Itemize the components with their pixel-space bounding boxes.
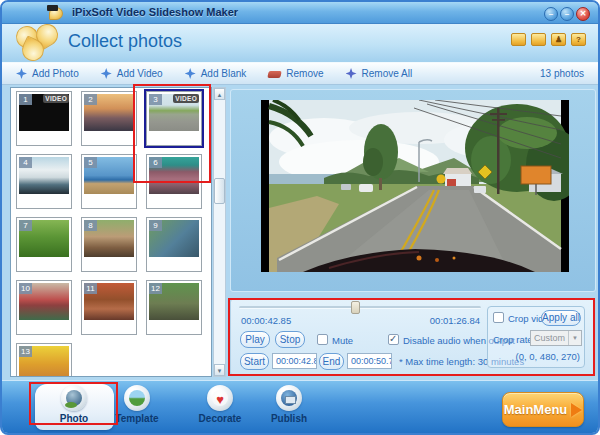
help-icon[interactable]: ?	[571, 33, 586, 46]
thumbnail-number: 8	[84, 220, 97, 231]
thumbnail-item-4[interactable]: 4	[16, 154, 72, 209]
tab-label: Decorate	[185, 413, 255, 424]
page-title: Collect photos	[68, 31, 182, 52]
add-icon	[185, 68, 196, 79]
current-time: 00:00:42.85	[241, 315, 291, 326]
toolbar-item-remove-all[interactable]: Remove All	[346, 68, 413, 79]
decorate-icon: ♥	[207, 385, 233, 411]
start-button[interactable]: Start	[240, 353, 269, 370]
toolbar-item-add-blank[interactable]: Add Blank	[185, 68, 247, 79]
thumbnail-item-2[interactable]: 2	[81, 91, 137, 146]
publish-icon	[276, 385, 302, 411]
heart-icon: ♥	[216, 392, 224, 407]
window-controls: – – ✕	[544, 7, 590, 21]
preview-panel	[230, 89, 596, 292]
main-menu-button[interactable]: MainMenu	[502, 392, 584, 427]
crop-rate-label: Crop rate	[493, 334, 533, 345]
thumbnail-item-10[interactable]: 10	[16, 280, 72, 335]
arrow-right-icon	[571, 403, 582, 417]
thumbnail-item-5[interactable]: 5	[81, 154, 137, 209]
chevron-down-icon: ▼	[568, 331, 581, 345]
toolbar-item-label: Remove All	[362, 68, 413, 79]
video-preview	[261, 100, 569, 272]
thumbnail-number: 10	[19, 283, 32, 294]
scroll-down-icon[interactable]: ▼	[214, 364, 225, 376]
mute-checkbox[interactable]	[317, 334, 328, 345]
maximize-button[interactable]: –	[560, 7, 574, 21]
contact-icon[interactable]: ♟	[551, 33, 566, 46]
play-button[interactable]: Play	[240, 331, 270, 348]
thumbnail-item-8[interactable]: 8	[81, 217, 137, 272]
tab-decorate[interactable]: ♥Decorate	[185, 385, 255, 424]
toolbar-item-label: Add Video	[117, 68, 163, 79]
end-time-field[interactable]	[347, 353, 392, 369]
scrollbar-thumb[interactable]	[214, 178, 225, 204]
thumbnail-item-11[interactable]: 11	[81, 280, 137, 335]
photo-icon	[61, 385, 87, 411]
app-window: iPixSoft Video Slideshow Maker – – ✕ Col…	[0, 0, 600, 435]
timeline-slider-thumb[interactable]	[351, 301, 360, 314]
template-icon	[124, 385, 150, 411]
tab-label: Photo	[39, 413, 109, 424]
thumbnail-item-9[interactable]: 9	[146, 217, 202, 272]
toolbar-item-label: Add Photo	[32, 68, 79, 79]
thumbnail-item-13[interactable]: 13	[16, 343, 72, 377]
remove-icon	[268, 71, 282, 78]
add-icon	[16, 68, 27, 79]
crop-section: Crop video Apply all Crop rate Custom ▼ …	[487, 306, 585, 368]
bottom-navbar: PhotoTemplate♥DecoratePublish MainMenu	[2, 380, 598, 435]
main-menu-label: MainMenu	[504, 402, 568, 417]
timeline-slider[interactable]	[239, 306, 481, 309]
toolbar-item-remove[interactable]: Remove	[268, 68, 323, 79]
thumbnail-number: 2	[84, 94, 97, 105]
thumbnail-item-1[interactable]: 1VIDEO	[16, 91, 72, 146]
toolbar-item-label: Add Blank	[201, 68, 247, 79]
thumbnail-panel: 1VIDEO23VIDEO45678910111213	[10, 87, 212, 377]
thumbnail-item-6[interactable]: 6	[146, 154, 202, 209]
tab-label: Publish	[254, 413, 324, 424]
thumbnail-scrollbar[interactable]: ▲ ▼	[213, 87, 226, 377]
scroll-up-icon[interactable]: ▲	[214, 88, 225, 100]
mute-label: Mute	[332, 335, 353, 346]
start-time-field[interactable]	[272, 353, 317, 369]
thumbnail-number: 12	[149, 283, 162, 294]
toolbar-item-label: Remove	[286, 68, 323, 79]
thumbnail-number: 9	[149, 220, 162, 231]
app-icon-video-chip	[47, 5, 58, 11]
crop-coordinates: (0, 0, 480, 270)	[516, 351, 580, 362]
tab-template[interactable]: Template	[102, 385, 172, 424]
crop-rate-dropdown[interactable]: Custom ▼	[530, 330, 582, 346]
thumbnail-number: 11	[84, 283, 97, 294]
crop-rate-value: Custom	[534, 333, 565, 343]
tab-label: Template	[102, 413, 172, 424]
thumbnail-item-12[interactable]: 12	[146, 280, 202, 335]
thumbnail-number: 6	[149, 157, 162, 168]
tab-publish[interactable]: Publish	[254, 385, 324, 424]
thumbnail-number: 4	[19, 157, 32, 168]
stop-button[interactable]: Stop	[275, 331, 305, 348]
thumbnail-number: 7	[19, 220, 32, 231]
crop-video-checkbox[interactable]	[493, 312, 504, 323]
header-quick-icons: ♟?	[511, 33, 586, 46]
open-project-icon[interactable]	[511, 33, 526, 46]
disable-audio-checkbox[interactable]	[388, 334, 399, 345]
thumbnail-item-7[interactable]: 7	[16, 217, 72, 272]
app-logo	[12, 24, 70, 62]
close-button[interactable]: ✕	[576, 7, 590, 21]
window-title: iPixSoft Video Slideshow Maker	[72, 6, 238, 18]
title-bar: iPixSoft Video Slideshow Maker – – ✕	[2, 2, 598, 24]
removeall-icon	[346, 68, 357, 79]
player-controls-panel: 00:00:42.85 00:01:26.84 Play Stop Mute D…	[230, 298, 596, 376]
apply-all-button[interactable]: Apply all	[541, 310, 581, 326]
save-project-icon[interactable]	[531, 33, 546, 46]
total-time: 00:01:26.84	[406, 315, 480, 326]
toolbar-item-add-video[interactable]: Add Video	[101, 68, 163, 79]
thumbnail-item-3[interactable]: 3VIDEO	[146, 91, 202, 146]
end-button[interactable]: End	[319, 353, 344, 370]
app-icon	[47, 5, 66, 21]
video-badge: VIDEO	[43, 94, 69, 103]
toolbar-item-add-photo[interactable]: Add Photo	[16, 68, 79, 79]
tab-photo[interactable]: Photo	[39, 385, 109, 424]
page-header: Collect photos ♟?	[2, 24, 598, 62]
minimize-button[interactable]: –	[544, 7, 558, 21]
